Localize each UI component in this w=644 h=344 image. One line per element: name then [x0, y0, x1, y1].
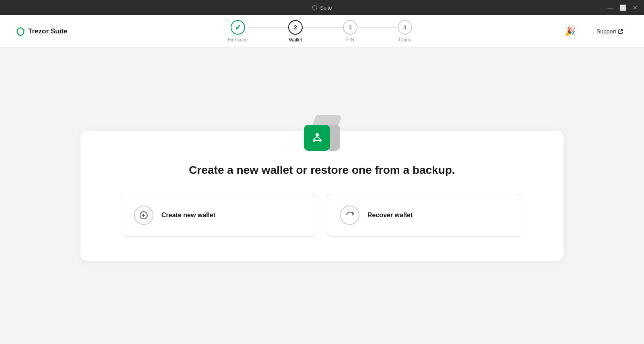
celebration-icon: 🎉: [565, 26, 576, 37]
svg-line-4: [317, 136, 320, 139]
step-firmware: ✓ Firmware: [228, 20, 248, 43]
step-coins: 4 Coins: [398, 20, 412, 43]
create-wallet-label: Create new wallet: [161, 212, 215, 219]
step-pin: 3 PIN: [343, 20, 357, 43]
step-1-circle: ✓: [231, 20, 245, 35]
card-title: Create a new wallet or restore one from …: [189, 163, 455, 177]
step-4-label: Coins: [399, 37, 411, 43]
step-3-circle: 3: [343, 20, 357, 35]
recover-wallet-label: Recover wallet: [367, 212, 413, 219]
stepper: ✓ Firmware 2 Wallet 3 PIN 4 Coins: [91, 20, 549, 43]
step-connector-1: [248, 27, 288, 28]
step-2-number: 2: [294, 24, 297, 31]
cube-molecule-icon: [310, 131, 324, 145]
step-3-label: PIN: [346, 37, 354, 43]
app-title: Suite: [312, 5, 332, 11]
external-link-icon: [618, 29, 623, 34]
support-label: Support: [597, 28, 616, 35]
close-button[interactable]: ✕: [633, 5, 638, 10]
options-row: Create new wallet Recover wallet: [121, 194, 523, 237]
titlebar-trezor-icon: [312, 5, 318, 10]
main-content: Create a new wallet or restore one from …: [0, 47, 644, 344]
cube-face-right: [329, 125, 340, 151]
step-4-number: 4: [403, 24, 407, 31]
header: Trezor Suite ✓ Firmware 2 Wallet 3 PIN: [0, 15, 644, 47]
cube-face-front: [304, 125, 330, 151]
window-controls: — ⬜ ✕: [607, 5, 638, 10]
maximize-button[interactable]: ⬜: [619, 5, 626, 10]
cube-wrapper: [304, 115, 340, 151]
create-wallet-icon-circle: [134, 206, 153, 225]
svg-line-3: [314, 136, 317, 139]
support-button[interactable]: Support: [592, 26, 628, 37]
wallet-card: Create a new wallet or restore one from …: [80, 131, 564, 260]
step-connector-2: [303, 27, 343, 28]
logo-text: Trezor Suite: [28, 27, 67, 35]
minimize-button[interactable]: —: [607, 5, 613, 10]
plus-icon: [139, 211, 148, 220]
step-2-circle: 2: [288, 20, 303, 35]
step-3-number: 3: [349, 24, 352, 31]
trezor-cube-illustration: [304, 115, 340, 151]
recover-wallet-icon-circle: [340, 206, 359, 225]
step-wallet: 2 Wallet: [288, 20, 303, 43]
titlebar: Suite — ⬜ ✕: [0, 0, 644, 15]
svg-point-1: [313, 139, 315, 142]
recover-icon: [345, 211, 354, 220]
checkmark-icon: ✓: [235, 23, 242, 32]
titlebar-title-text: Suite: [320, 5, 332, 11]
step-4-circle: 4: [398, 20, 412, 35]
logo: Trezor Suite: [16, 27, 67, 36]
svg-point-2: [319, 139, 322, 142]
create-wallet-option[interactable]: Create new wallet: [121, 194, 317, 237]
step-2-label: Wallet: [289, 37, 302, 43]
recover-wallet-option[interactable]: Recover wallet: [327, 194, 523, 237]
logo-shield-icon: [16, 27, 25, 36]
step-1-label: Firmware: [228, 37, 248, 43]
step-connector-3: [357, 27, 398, 28]
svg-point-0: [316, 133, 319, 136]
